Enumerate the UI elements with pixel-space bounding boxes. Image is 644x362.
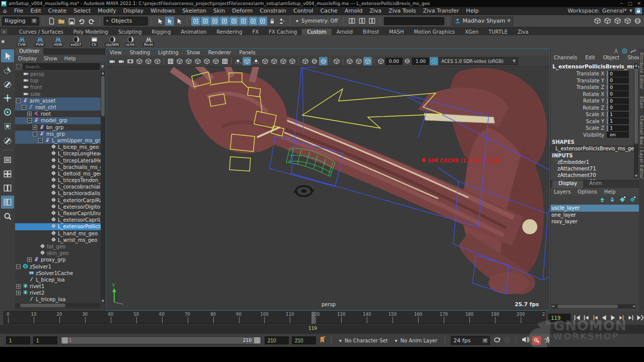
outliner-item-root_ctrl[interactable]: −root_ctrl xyxy=(15,104,105,111)
channel-row[interactable]: Visibilityon xyxy=(550,132,639,139)
menu-deform[interactable]: Deform xyxy=(228,8,256,14)
ambient-occlusion-icon[interactable] xyxy=(270,57,278,65)
animation-preferences-icon[interactable] xyxy=(544,336,551,345)
default-lighting-icon[interactable] xyxy=(233,57,242,65)
minimize-button[interactable]: ─ xyxy=(620,1,623,6)
shelf-tab-bifrost[interactable]: Bifrost xyxy=(358,29,384,35)
outliner-item-proxy_grp[interactable]: +proxy_grp xyxy=(15,256,105,263)
shelf-tab-poly-modeling[interactable]: Poly Modeling xyxy=(68,29,113,35)
channel-row[interactable]: Translate Z0 xyxy=(550,84,639,91)
shelf-tab-ziva[interactable]: Ziva xyxy=(513,29,534,35)
new-scene-icon[interactable] xyxy=(47,17,56,26)
menu-file[interactable]: File xyxy=(11,8,27,14)
shelf-item-cpyskn[interactable]: cpySKN xyxy=(105,36,120,48)
layout-hypergraph[interactable] xyxy=(1,210,14,223)
step-forward-key-button[interactable] xyxy=(627,314,635,322)
animation-end-field[interactable] xyxy=(292,336,316,344)
channel-box-menu-object[interactable]: Object xyxy=(600,55,623,62)
camera-attributes-icon[interactable] xyxy=(117,57,125,65)
workspace-anim-icon[interactable] xyxy=(613,17,622,26)
layer-editor-menu-layers[interactable]: Layers xyxy=(550,189,574,195)
outliner-item-L_extensorDigitorum_ms_[interactable]: L_extensorDigitorum_ms_ xyxy=(15,204,105,210)
snap-to-view-plane-icon[interactable] xyxy=(229,17,238,26)
shelf-item-hsw[interactable]: HSW xyxy=(50,36,65,48)
shelf-tab-mash[interactable]: MASH xyxy=(384,29,409,35)
shelf-tab-fx-caching[interactable]: FX Caching xyxy=(264,29,302,35)
shelf-item-exdlt[interactable]: exDLT xyxy=(68,36,84,48)
channel-row[interactable]: Scale X1 xyxy=(550,111,639,118)
snap-to-point-icon[interactable] xyxy=(210,17,219,26)
outliner-item-arm_asset[interactable]: −arm_asset xyxy=(15,98,105,104)
channel-value-field[interactable]: on xyxy=(607,132,629,138)
outliner-item-L_tircepLongHead_ms_ge[interactable]: L_tircepLongHead_ms_ge xyxy=(15,150,105,157)
outliner-item-skin_geo[interactable]: skin_geo xyxy=(15,250,105,256)
lock-selection-icon[interactable] xyxy=(268,17,277,26)
menu-modify[interactable]: Modify xyxy=(94,8,119,14)
loop-playback-icon[interactable] xyxy=(493,337,501,344)
save-scene-icon[interactable] xyxy=(67,17,76,26)
outliner-item-zSolver1[interactable]: −zSolver1 xyxy=(15,263,105,269)
outliner-item-L_flexorCapriUlnaris_ms_[interactable]: L_flexorCapriUlnaris_ms_ xyxy=(15,210,105,217)
play-forwards-button[interactable] xyxy=(609,314,617,322)
layer-row-roxy_layer[interactable]: roxy_layer xyxy=(550,218,639,225)
playback-speed-icon[interactable] xyxy=(504,337,510,344)
new-layer-from-selected-icon[interactable] xyxy=(629,197,635,204)
outliner-item-L_brachialis_ms_geo[interactable]: L_brachialis_ms_geo xyxy=(15,164,105,170)
shelf-gear-icon[interactable]: ✱ xyxy=(1,39,9,44)
select-object-icon[interactable] xyxy=(165,17,174,26)
layer-editor-menu-options[interactable]: Options xyxy=(574,189,601,195)
paint-select-tool[interactable] xyxy=(1,77,14,90)
shelf-tab-turtle[interactable]: TURTLE xyxy=(484,29,513,35)
expander-collapse-icon[interactable]: − xyxy=(22,105,26,110)
menu-cache[interactable]: Cache xyxy=(317,8,341,14)
channel-box-scrollbar[interactable]: ▲ ▼ xyxy=(634,63,638,178)
outliner-item-root[interactable]: +root xyxy=(15,111,105,117)
channel-value-field[interactable]: 1 xyxy=(607,125,629,131)
viewport-panel[interactable]: ViewShadingLightingShowRendererPanels 0.… xyxy=(106,48,550,311)
open-channel-box-icon[interactable] xyxy=(367,17,376,26)
viewport-menu-lighting[interactable]: Lighting xyxy=(154,50,182,55)
layout-outliner-persp[interactable] xyxy=(1,196,14,209)
input-node-zEmbedder1[interactable]: zEmbedder1 xyxy=(550,159,639,165)
go-to-start-button[interactable] xyxy=(573,314,581,322)
outliner-search-dropdown-icon[interactable]: ▼ xyxy=(101,64,104,69)
channel-box-speed-graph-icon[interactable] xyxy=(622,48,627,55)
open-attribute-editor-icon[interactable] xyxy=(347,17,356,26)
move-tool[interactable] xyxy=(1,92,14,105)
xray-icon[interactable] xyxy=(310,57,318,65)
outliner-item-bn_grp[interactable]: +bn_grp xyxy=(15,124,105,131)
workspace-model-icon[interactable] xyxy=(593,17,602,26)
channel-row[interactable]: Translate Y0 xyxy=(550,77,639,84)
channel-row[interactable]: Scale Z1 xyxy=(550,125,639,132)
output-connections-icon[interactable] xyxy=(258,17,267,26)
menu-skin[interactable]: Skin xyxy=(210,8,228,14)
last-tool[interactable] xyxy=(1,134,14,147)
shelf-item-ce[interactable]: CE xyxy=(87,36,102,48)
outliner-item-persp[interactable]: persp xyxy=(15,71,105,77)
move-layer-down-icon[interactable] xyxy=(609,197,615,204)
paste-icon[interactable] xyxy=(354,57,363,65)
current-frame-field[interactable]: 119 xyxy=(548,314,571,322)
expander-collapse-icon[interactable]: − xyxy=(16,99,21,103)
channel-box-menu-edit[interactable]: Edit xyxy=(582,55,598,62)
shelf-menu-icon[interactable]: ≡ xyxy=(1,29,7,34)
colorspace-selector[interactable]: ACES 1.0 SDR-video (sRGB)▼ xyxy=(439,57,518,65)
outliner-item-L_tricepsTendon_ms_geo[interactable]: L_tricepsTendon_ms_geo xyxy=(15,177,105,184)
outliner-item-model_grp[interactable]: −model_grp xyxy=(15,117,105,124)
menu-windows[interactable]: Windows xyxy=(147,8,179,14)
expander-collapse-icon[interactable]: − xyxy=(38,138,43,143)
side-tab-attribute-editor[interactable]: Attribute Editor xyxy=(639,52,644,89)
xray-active-components-icon[interactable] xyxy=(319,57,328,65)
expander-expand-icon[interactable]: + xyxy=(33,125,37,130)
gamma-field[interactable]: 1.00 xyxy=(412,58,429,65)
outliner-menu-help[interactable]: Help xyxy=(61,56,79,61)
animation-start-field[interactable] xyxy=(6,336,30,344)
shelf-tab-curves-surfaces[interactable]: Curves / Surfaces xyxy=(14,29,68,35)
shelf-item-cvw[interactable]: CVW xyxy=(14,36,29,48)
channel-row[interactable]: Translate X0 xyxy=(550,70,639,77)
step-back-frame-button[interactable] xyxy=(591,314,599,322)
outliner-item-L_exteriorCarpiRadialisLo[interactable]: L_exteriorCarpiRadialisLo xyxy=(15,197,105,204)
character-set-selector[interactable]: ▾No Character Set xyxy=(337,338,390,343)
layer-editor-menu-help[interactable]: Help xyxy=(601,189,619,195)
layer-editor-tab-display[interactable]: Display xyxy=(552,180,583,188)
